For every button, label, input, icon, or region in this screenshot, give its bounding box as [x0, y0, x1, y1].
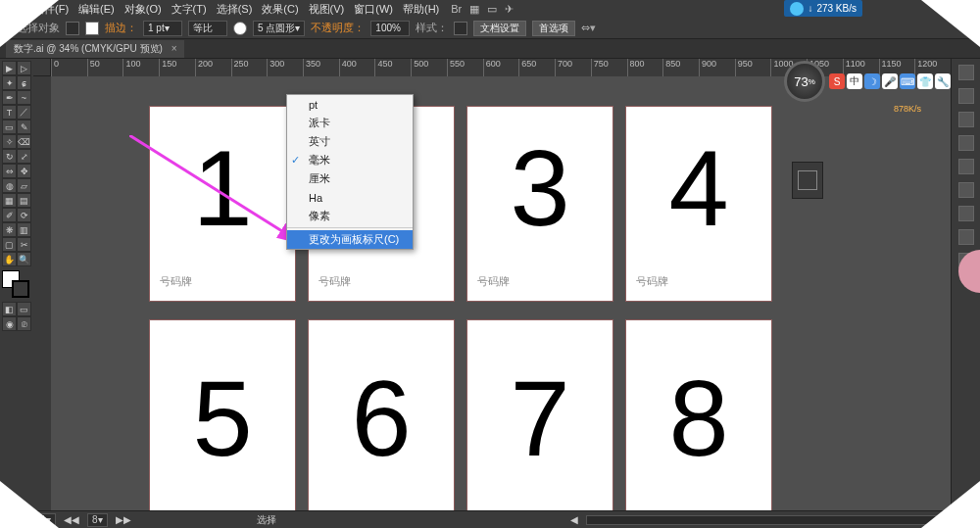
scrollbar-horizontal[interactable]: [586, 515, 958, 525]
ctx-unit-item[interactable]: pt: [287, 95, 413, 114]
panel-icon-transparency[interactable]: [958, 206, 974, 221]
panel-icon-appearance[interactable]: [958, 229, 974, 245]
plane-icon[interactable]: ✈: [505, 3, 514, 16]
menu-edit[interactable]: 编辑(E): [74, 1, 119, 18]
color-mode-icon[interactable]: ◧: [2, 302, 17, 316]
artboard-nav-field[interactable]: 8 ▾: [87, 513, 108, 527]
perspective-tool[interactable]: ▱: [17, 178, 31, 193]
menu-select[interactable]: 选择(S): [213, 1, 257, 18]
fill-stroke-control[interactable]: [2, 270, 29, 298]
ctx-unit-item[interactable]: 派卡: [287, 114, 413, 132]
menu-effect[interactable]: 效果(C): [258, 1, 302, 18]
type-tool[interactable]: T: [2, 105, 17, 120]
stock-icon[interactable]: ▦: [469, 3, 479, 16]
preferences-button[interactable]: 首选项: [532, 21, 575, 36]
cloud-speed-badge[interactable]: ↓ 273 KB/s: [784, 0, 862, 17]
menu-type[interactable]: 文字(T): [168, 1, 211, 18]
paintbrush-tool[interactable]: ✎: [17, 120, 31, 134]
artboard[interactable]: 7: [466, 319, 613, 510]
shaper-tool[interactable]: ✧: [2, 134, 17, 149]
panel-icon-gradient[interactable]: [958, 182, 974, 198]
artboard[interactable]: 5: [149, 319, 296, 510]
panel-icon-properties[interactable]: [958, 65, 974, 80]
ime-tool-icon[interactable]: 🔧: [935, 73, 951, 89]
opacity-field[interactable]: 100%: [370, 21, 410, 36]
uniform-field[interactable]: 等比: [188, 21, 227, 36]
ruler-origin[interactable]: [33, 59, 51, 76]
menu-view[interactable]: 视图(V): [305, 1, 349, 18]
artboard[interactable]: 6: [308, 319, 455, 510]
cloud-arrow-icon: ↓: [808, 3, 812, 14]
stroke-label: 描边：: [105, 21, 137, 35]
fill-swatch[interactable]: [66, 22, 79, 35]
panel-icon-layers[interactable]: [958, 88, 974, 104]
width-tool[interactable]: ⇔: [2, 164, 17, 178]
ime-moon-icon[interactable]: ☽: [864, 73, 880, 89]
nav-next-icon[interactable]: ▶▶: [116, 514, 131, 525]
panel-icon-stroke[interactable]: [958, 159, 974, 174]
lasso-tool[interactable]: ɕ: [17, 75, 31, 90]
align-icon[interactable]: ⇔▾: [581, 22, 596, 34]
ime-voice-icon[interactable]: 🎤: [882, 73, 898, 89]
panel-icon-swatches[interactable]: [958, 135, 974, 151]
direct-selection-tool[interactable]: ▷: [17, 61, 31, 75]
sogou-icon[interactable]: S: [829, 73, 845, 89]
artboard[interactable]: 4号码牌: [625, 106, 772, 302]
arrange-icon[interactable]: ▭: [487, 3, 497, 16]
ctx-unit-item[interactable]: Ha: [287, 188, 413, 207]
blend-tool[interactable]: ⟳: [17, 208, 31, 222]
ctx-change-ruler-action[interactable]: 更改为画板标尺(C): [287, 230, 413, 249]
nav-prev-icon[interactable]: ◀◀: [64, 514, 79, 525]
menu-window[interactable]: 窗口(W): [350, 1, 397, 18]
selection-tool[interactable]: ▶: [2, 61, 17, 75]
floating-panel[interactable]: [792, 162, 823, 199]
scale-tool[interactable]: ⤢: [17, 149, 31, 164]
rotate-tool[interactable]: ↻: [2, 149, 17, 164]
brush-style-field[interactable]: 5 点圆形 ▾: [253, 21, 305, 36]
artboard-tool[interactable]: ▢: [2, 237, 17, 252]
zoom-tool[interactable]: 🔍: [17, 252, 31, 266]
ctx-unit-item[interactable]: 英寸: [287, 132, 413, 151]
artboard[interactable]: 3号码牌: [466, 106, 613, 302]
artboard[interactable]: 8: [625, 319, 772, 510]
symbol-sprayer-tool[interactable]: ❋: [2, 222, 17, 237]
ime-toolbar[interactable]: S 中 ☽ 🎤 ⌨ 👕 🔧: [829, 73, 951, 89]
screen-mode-icon[interactable]: ▭: [17, 302, 31, 316]
curvature-tool[interactable]: ~: [17, 90, 31, 105]
eraser-tool[interactable]: ⌫: [17, 134, 31, 149]
menu-object[interactable]: 对象(O): [121, 1, 166, 18]
ime-keyboard-icon[interactable]: ⌨: [900, 73, 915, 89]
shape-builder-tool[interactable]: ◍: [2, 178, 17, 193]
mesh-tool[interactable]: ▦: [2, 193, 17, 208]
pen-tool[interactable]: ✒: [2, 90, 17, 105]
magic-wand-tool[interactable]: ✦: [2, 75, 17, 90]
ime-skin-icon[interactable]: 👕: [917, 73, 933, 89]
ime-lang-icon[interactable]: 中: [847, 73, 862, 89]
artboard[interactable]: 1号码牌: [149, 106, 296, 302]
document-setup-button[interactable]: 文档设置: [473, 21, 526, 36]
hand-tool[interactable]: ✋: [2, 252, 17, 266]
eyedropper-tool[interactable]: ✐: [2, 208, 17, 222]
line-tool[interactable]: ／: [17, 105, 31, 120]
rectangle-tool[interactable]: ▭: [2, 120, 17, 134]
ctx-unit-item[interactable]: 厘米: [287, 169, 413, 188]
menu-help[interactable]: 帮助(H): [399, 1, 443, 18]
stroke-swatch[interactable]: [85, 22, 99, 35]
free-transform-tool[interactable]: ✥: [17, 164, 31, 178]
gradient-tool[interactable]: ▤: [17, 193, 31, 208]
canvas[interactable]: 1号码牌2号码牌3号码牌4号码牌5678 pt派卡英寸✓毫米厘米Ha像素更改为画…: [51, 76, 951, 510]
graphic-style-swatch[interactable]: [454, 22, 467, 35]
ctx-unit-item[interactable]: ✓毫米: [287, 151, 413, 169]
close-tab-icon[interactable]: ×: [172, 43, 177, 54]
graph-tool[interactable]: ▥: [17, 222, 31, 237]
stroke-weight-field[interactable]: 1 pt ▾: [143, 21, 182, 36]
slice-tool[interactable]: ✂: [17, 237, 31, 252]
scroll-left-icon[interactable]: ◀: [570, 514, 578, 525]
draw-mode-icon[interactable]: ◉: [2, 316, 17, 331]
ctx-unit-item[interactable]: 像素: [287, 207, 413, 225]
bridge-icon[interactable]: Br: [451, 3, 462, 16]
panel-icon-color[interactable]: [958, 112, 974, 127]
accelerator-badge[interactable]: 73%: [784, 61, 825, 102]
ruler-vertical[interactable]: [33, 76, 51, 510]
change-screen-icon[interactable]: ⎚: [17, 316, 31, 331]
